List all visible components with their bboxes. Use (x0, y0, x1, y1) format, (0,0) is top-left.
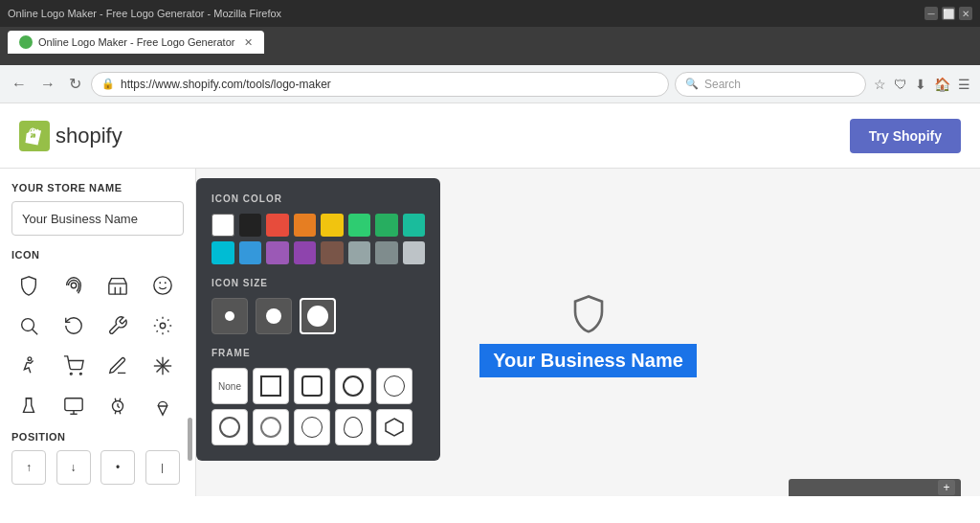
frame-circle-5[interactable] (335, 409, 371, 445)
forward-button[interactable]: → (36, 74, 59, 95)
icon-search[interactable] (11, 308, 46, 343)
icon-options-panel: ICON COLOR (196, 178, 440, 461)
svg-point-9 (160, 323, 166, 329)
icon-cart[interactable] (56, 349, 91, 383)
size-large[interactable] (300, 298, 336, 334)
position-top-left[interactable]: ↑ (11, 450, 46, 485)
frame-hexagon[interactable] (376, 409, 412, 445)
shopify-logo: shopify (19, 121, 122, 151)
color-white[interactable] (212, 214, 234, 237)
tab-favicon (19, 35, 33, 49)
close-button[interactable]: ✕ (959, 7, 972, 20)
navigation-bar: ← → ↻ 🔒 https://www.shopify.com/tools/lo… (0, 65, 980, 103)
icon-pen[interactable] (100, 349, 135, 383)
icon-settings[interactable] (145, 308, 180, 343)
shopify-name-text: shopify (56, 124, 122, 148)
title-bar: Online Logo Maker - Free Logo Generator … (0, 0, 980, 27)
icon-tools[interactable] (100, 308, 135, 343)
color-gray-light[interactable] (348, 241, 371, 264)
shield-icon[interactable]: 🛡 (892, 75, 909, 94)
frame-circle-outline[interactable] (376, 368, 412, 404)
logo-preview: Your Business Name (479, 288, 697, 377)
tab-title: Online Logo Maker - Free Logo Generator (38, 36, 234, 48)
color-purple-light[interactable] (266, 241, 289, 264)
svg-point-7 (22, 319, 34, 331)
bookmark-icon[interactable]: ☆ (872, 75, 888, 94)
frame-row-2 (212, 409, 425, 445)
store-name-input[interactable] (11, 201, 184, 236)
tab-close-icon[interactable]: ✕ (244, 36, 253, 49)
window-title: Online Logo Maker - Free Logo Generator … (8, 8, 917, 19)
restore-button[interactable]: ⬜ (942, 7, 955, 20)
menu-icon[interactable]: ☰ (956, 75, 972, 94)
color-green-light[interactable] (348, 214, 371, 237)
download-icon[interactable]: ⬇ (913, 75, 928, 94)
color-orange[interactable] (294, 214, 317, 237)
icon-star[interactable] (145, 349, 180, 383)
color-blue[interactable] (239, 241, 262, 264)
window-controls: ─ ⬜ ✕ (924, 7, 972, 20)
svg-point-11 (70, 373, 72, 375)
icon-person[interactable] (11, 349, 46, 383)
frame-circle[interactable] (335, 368, 371, 404)
minimize-button[interactable]: ─ (924, 7, 938, 20)
address-bar[interactable]: 🔒 https://www.shopify.com/tools/logo-mak… (91, 72, 669, 97)
icon-grid (11, 268, 184, 423)
nav-icons: ☆ 🛡 ⬇ 🏠 ☰ (872, 75, 972, 94)
color-yellow[interactable] (321, 214, 344, 237)
position-left[interactable]: • (100, 450, 135, 485)
svg-point-4 (153, 277, 170, 294)
refresh-button[interactable]: ↻ (65, 73, 85, 95)
frame-label: FRAME (212, 348, 425, 358)
browser-search-bar[interactable]: 🔍 Search (675, 72, 866, 97)
icon-face[interactable] (145, 268, 180, 303)
position-top-center[interactable]: ↓ (56, 450, 91, 485)
logo-shield-icon (568, 291, 609, 335)
frame-none[interactable]: None (212, 368, 248, 404)
url-text: https://www.shopify.com/tools/logo-maker (121, 78, 658, 91)
frame-circle-4[interactable] (294, 409, 330, 445)
frame-circle-3[interactable] (253, 409, 289, 445)
svg-rect-18 (64, 398, 81, 411)
svg-rect-1 (109, 284, 126, 294)
frame-circle-2[interactable] (212, 409, 248, 445)
icon-shield[interactable] (11, 268, 46, 303)
icon-fingerprint[interactable] (56, 268, 91, 303)
color-silver[interactable] (403, 241, 426, 264)
svg-point-6 (164, 282, 166, 284)
svg-point-0 (71, 283, 77, 288)
svg-point-12 (79, 373, 81, 375)
plus-button[interactable]: + (938, 480, 955, 495)
icon-flask[interactable] (11, 389, 46, 423)
size-options (212, 298, 425, 334)
color-brown[interactable] (321, 241, 344, 264)
back-button[interactable]: ← (8, 74, 31, 95)
frame-rounded-square[interactable] (294, 368, 330, 404)
frame-square[interactable] (253, 368, 289, 404)
color-red[interactable] (266, 214, 289, 237)
color-cyan[interactable] (212, 241, 234, 264)
size-medium[interactable] (256, 298, 292, 334)
color-gray[interactable] (375, 241, 398, 264)
svg-marker-22 (386, 419, 403, 436)
icon-monitor[interactable] (56, 389, 91, 423)
position-right[interactable]: | (145, 450, 180, 485)
svg-point-5 (159, 282, 161, 284)
color-row-2 (212, 241, 425, 264)
color-purple[interactable] (294, 241, 317, 264)
svg-point-10 (28, 357, 32, 361)
icon-refresh[interactable] (56, 308, 91, 343)
color-black[interactable] (239, 214, 262, 237)
scroll-handle (188, 418, 192, 461)
size-small[interactable] (212, 298, 248, 334)
color-teal[interactable] (403, 214, 426, 237)
bottom-download-bar: + (789, 479, 961, 496)
active-tab[interactable]: Online Logo Maker - Free Logo Generator … (8, 31, 264, 54)
try-shopify-button[interactable]: Try Shopify (850, 119, 961, 153)
icon-store[interactable] (100, 268, 135, 303)
home-icon[interactable]: 🏠 (932, 75, 952, 94)
icon-watch[interactable] (100, 389, 135, 423)
color-green[interactable] (375, 214, 398, 237)
icon-icecream[interactable] (145, 389, 180, 423)
search-placeholder: Search (704, 78, 741, 91)
